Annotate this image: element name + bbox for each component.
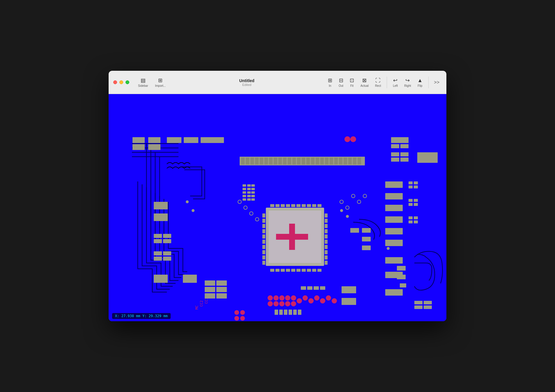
svg-point-150 [234,316,239,321]
svg-rect-88 [385,205,403,211]
svg-rect-163 [205,280,215,286]
actual-button[interactable]: ⊠ Actual [358,76,372,89]
right-toolbar: ⊞ In ⊟ Out ⊡ Fit ⊠ Actual ⛶ Rect ↩ [325,76,442,89]
left-icon: ↩ [393,77,397,84]
svg-rect-115 [243,198,246,201]
minimize-button[interactable] [119,80,123,84]
svg-rect-90 [385,228,403,234]
svg-rect-33 [353,158,356,165]
svg-rect-183 [362,237,371,241]
svg-rect-114 [247,195,251,197]
flip-button[interactable]: ▲ Flip [414,76,425,89]
svg-rect-169 [409,181,413,184]
coordinates-display: X: 27.938 mm Y: 29.329 mm [112,313,171,319]
svg-rect-111 [243,191,246,194]
svg-rect-58 [262,261,265,265]
import-button[interactable]: ⊞ Import... [152,76,169,89]
svg-rect-197 [298,310,301,315]
rect-button[interactable]: ⛶ Rect [372,76,384,89]
window-title: Untitled [239,78,254,83]
svg-rect-76 [307,204,311,207]
svg-point-149 [240,310,245,315]
svg-rect-41 [281,269,285,272]
svg-rect-190 [314,286,319,290]
svg-point-146 [326,295,331,301]
svg-rect-27 [325,158,328,165]
svg-rect-17 [278,158,282,165]
svg-rect-166 [216,280,227,286]
svg-rect-2 [132,144,145,150]
svg-rect-100 [163,239,171,243]
svg-rect-174 [414,199,418,202]
svg-rect-65 [325,245,328,249]
svg-rect-45 [302,269,306,272]
svg-rect-71 [281,204,285,207]
svg-point-144 [314,295,319,301]
zoom-out-button[interactable]: ⊟ Out [336,76,346,89]
fit-button[interactable]: ⊡ Fit [347,76,357,89]
svg-rect-78 [317,204,321,207]
right-label: Right [404,84,411,87]
svg-rect-14 [264,158,268,165]
svg-rect-102 [163,251,171,255]
svg-rect-34 [358,158,361,165]
svg-rect-24 [311,158,314,165]
svg-rect-92 [385,257,403,264]
svg-rect-105 [154,275,168,283]
svg-rect-20 [292,158,296,165]
sidebar-button[interactable]: ▤ Sidebar [135,76,151,89]
zoom-in-button[interactable]: ⊞ In [325,76,335,89]
fit-icon: ⊡ [350,77,354,84]
svg-rect-51 [262,224,265,228]
svg-rect-54 [262,240,265,244]
svg-rect-25 [316,158,319,165]
svg-text:CC2: CC2 [199,300,204,307]
svg-rect-42 [286,269,290,272]
svg-rect-193 [279,310,283,315]
right-button[interactable]: ↪ Right [401,76,414,89]
svg-rect-116 [247,198,251,201]
svg-rect-186 [397,275,406,279]
svg-rect-63 [325,234,328,239]
zoom-in-label: In [329,84,331,87]
svg-rect-18 [283,158,287,165]
svg-rect-64 [325,240,328,244]
import-label: Import... [155,84,166,87]
svg-point-200 [340,209,343,212]
sidebar-label: Sidebar [138,84,148,87]
svg-point-135 [291,295,296,301]
svg-point-132 [273,295,279,301]
separator2 [428,77,429,88]
actual-label: Actual [360,84,369,87]
svg-rect-7 [201,137,224,143]
svg-rect-73 [291,204,295,207]
svg-rect-44 [296,269,301,272]
svg-rect-12 [255,158,259,165]
svg-rect-21 [297,158,301,165]
svg-rect-11 [250,158,254,165]
more-button[interactable]: >> [432,79,442,86]
svg-rect-112 [247,191,251,194]
svg-rect-179 [409,220,413,223]
svg-point-139 [285,301,290,306]
svg-point-201 [346,215,349,218]
svg-rect-118 [251,188,255,190]
close-button[interactable] [113,80,117,84]
svg-rect-160 [424,306,432,309]
svg-rect-107 [243,184,246,187]
maximize-button[interactable] [126,80,129,84]
svg-rect-22 [302,158,305,165]
left-button[interactable]: ↩ Left [390,76,401,89]
svg-rect-110 [247,188,251,190]
svg-rect-108 [247,184,251,187]
zoom-in-icon: ⊞ [328,77,332,84]
svg-rect-16 [274,158,277,165]
svg-rect-170 [414,181,418,184]
svg-rect-185 [397,266,406,271]
svg-rect-91 [385,240,403,246]
fit-label: Fit [350,84,353,87]
svg-point-140 [291,301,296,306]
flip-label: Flip [418,84,422,87]
svg-rect-194 [284,310,287,315]
pcb-canvas-area[interactable]: CC2 CC1 MC [109,94,446,321]
